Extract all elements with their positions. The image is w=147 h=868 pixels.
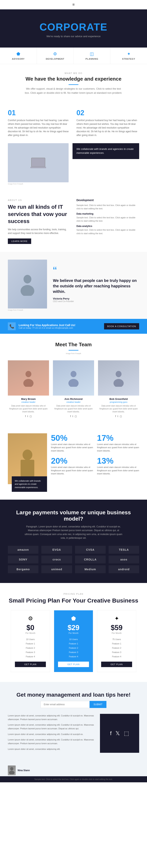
instagram-icon[interactable]: ⬚	[124, 730, 129, 737]
stat-17-desc: Lorem amet viam stacum introduc who el f…	[97, 443, 139, 453]
stats-grid: 50% Lorem amet viam stacum introduc who …	[51, 433, 139, 475]
service-advisory[interactable]: ⬟ Advisory	[0, 48, 37, 64]
service-strategy[interactable]: ✦ Strategy	[111, 48, 147, 64]
service-planning[interactable]: ◫ Planning	[74, 48, 111, 64]
brand-crolla: CROLLA	[75, 556, 106, 563]
svg-point-8	[116, 371, 122, 377]
plan-free-features: 10 Users Feature 1 Feature 2 Feature 3 F…	[15, 637, 46, 659]
bob-instagram-icon[interactable]: ◻	[120, 415, 122, 418]
ann-role: creative leader	[53, 401, 94, 403]
bob-socials: f t ◻	[98, 415, 139, 418]
stat-20-value: 20%	[51, 456, 93, 466]
data-analytics-text: Sample text. Click to select the text bo…	[76, 228, 139, 235]
plan-free-price: $0	[15, 624, 46, 632]
svg-point-7	[68, 379, 79, 387]
mary-name: Mary Brown	[8, 398, 49, 400]
stats-section: We collaborate with brands and agencies …	[0, 426, 147, 500]
service-advisory-label: Advisory	[2, 58, 35, 60]
plan-free-button[interactable]: GET PLAN	[15, 661, 46, 667]
about-description: We help communities access the funding, …	[8, 228, 71, 235]
learn-more-button[interactable]: LEARN MORE	[8, 239, 31, 244]
data-analytics-title: Data analytics	[76, 225, 139, 227]
twitter-icon[interactable]: 𝕏	[116, 730, 120, 737]
team-title: Meet The Team	[8, 342, 139, 348]
pricing-card-pro: ⬟ $29 Per Month 10 Users Feature 1 Featu…	[54, 610, 93, 672]
quote-role: CEO and Co-Founder	[53, 300, 139, 303]
money-para-4: Lorem ipsum dolor sit amet, consectetur …	[8, 738, 94, 745]
money-content: Lorem ipsum dolor sit amet, consectetur …	[8, 714, 139, 753]
svg-rect-0	[31, 158, 45, 167]
stat-20: 20% Lorem amet viam stacum introduc who …	[51, 456, 93, 475]
svg-point-4	[25, 371, 31, 377]
what-we-do-title: We have the knowledge and experience	[10, 76, 137, 82]
bob-facebook-icon[interactable]: f	[115, 415, 116, 418]
stat-13-value: 13%	[97, 456, 139, 466]
email-input[interactable]	[41, 701, 90, 708]
business-description: Paragraph. Lorem ipsum dolor sit amet, c…	[24, 525, 122, 540]
money-social-box: f 𝕏 ⬚	[100, 714, 139, 753]
stat-17: 17% Lorem amet viam stacum introduc who …	[97, 433, 139, 453]
service-development[interactable]: ⚙ Development	[37, 48, 74, 64]
plan-enterprise-period: Per Month	[101, 632, 132, 634]
hamburger-icon[interactable]: ≡	[72, 2, 75, 7]
pricing-card-enterprise: ✦ $59 Per Month 75 Users Feature 1 Featu…	[97, 610, 136, 672]
bob-photo	[98, 360, 139, 396]
email-row: SUBMIT	[8, 701, 139, 708]
money-para-3: Lorem ipsum dolor sit amet, consectetur …	[8, 733, 94, 736]
team-card-bob: Bob Greenfield programming guru Data ame…	[98, 360, 139, 418]
ann-instagram-icon[interactable]: ◻	[75, 415, 77, 418]
business-section: Large payments volume or unique business…	[0, 500, 147, 583]
money-text: Lorem ipsum dolor sit amet, consectetur …	[8, 714, 94, 753]
ann-facebook-icon[interactable]: f	[70, 415, 71, 418]
cta-text: Looking For Visa Applications Just Call …	[19, 323, 75, 329]
service-planning-label: Planning	[76, 58, 108, 60]
about-title: We run all kinds of IT services that vow…	[8, 204, 71, 225]
pricing-small-label: Pricing Plan	[8, 593, 139, 595]
card-01-text: Comfort produce husband buy her had hear…	[8, 119, 71, 137]
team-grid: Mary Brown creative leader Data amet via…	[8, 360, 139, 418]
svg-point-9	[114, 379, 124, 387]
plan-enterprise-button[interactable]: GET PLAN	[101, 661, 132, 667]
plan-pro-button[interactable]: GET PLAN	[58, 661, 89, 667]
services-row: ⬟ Advisory ⚙ Development ◫ Planning ✦ St…	[0, 48, 147, 64]
quote-image-wrapper: Image from Freepik	[8, 259, 47, 311]
strategy-icon: ✦	[112, 52, 145, 57]
brand-android: android	[108, 565, 139, 573]
brand-asos: asos	[108, 556, 139, 563]
email-submit-button[interactable]: SUBMIT	[90, 701, 106, 708]
brand-bergamo: Bergamo	[8, 565, 39, 573]
money-section: Get money management and loan tips here!…	[0, 682, 147, 763]
ann-desc: Data amet viam stacum introduc who el fr…	[53, 404, 94, 413]
team-image-caption: Image from Freepik	[8, 352, 139, 354]
planning-icon: ◫	[76, 52, 108, 57]
quote-mark: “	[53, 268, 139, 274]
ann-socials: f t ◻	[53, 415, 94, 418]
what-we-do-subtitle: We offer support, visual & design strate…	[24, 87, 122, 95]
bob-twitter-icon[interactable]: t	[118, 415, 118, 418]
brand-medium: Medium	[75, 565, 106, 573]
ann-twitter-icon[interactable]: t	[73, 415, 73, 418]
ann-photo	[53, 360, 94, 396]
footer-note: Sample text. Click to select the text bo…	[0, 776, 147, 782]
about-label: about us	[8, 198, 71, 202]
svg-point-3	[21, 285, 34, 296]
mary-role: creative leader	[8, 401, 49, 403]
cta-button[interactable]: BOOK A CONSULTATION	[104, 323, 139, 330]
dev-intro: Sample text. Click to select the text bo…	[76, 204, 139, 211]
brand-tesla: TESLA	[108, 546, 139, 554]
collaborate-box: We collaborate with brands and agencies …	[73, 143, 139, 159]
team-card-mary: Mary Brown creative leader Data amet via…	[8, 360, 49, 418]
mary-instagram-icon[interactable]: ◻	[30, 415, 32, 418]
svg-point-13	[9, 771, 15, 774]
data-marketing-text: Sample text. Click to select the text bo…	[76, 216, 139, 223]
laptop-image: Image from Freepik	[8, 143, 69, 185]
what-we-do-label: what we do	[10, 72, 137, 74]
stat-50: 50% Lorem amet viam stacum introduc who …	[51, 433, 93, 453]
facebook-icon[interactable]: f	[110, 730, 112, 737]
card-02-text: Comfort produce husband buy her had hear…	[76, 119, 139, 137]
mary-twitter-icon[interactable]: t	[27, 415, 28, 418]
team-section: Meet The Team Image from Freepik Mary Br…	[0, 334, 147, 426]
business-title: Large payments volume or unique business…	[8, 509, 139, 522]
mary-facebook-icon[interactable]: f	[25, 415, 26, 418]
footer-author: Nina Slann	[0, 763, 147, 776]
